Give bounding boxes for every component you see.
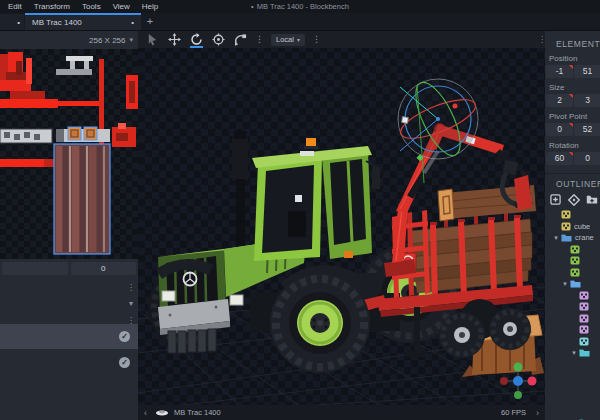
- field-group-rotation: Rotation600: [546, 141, 600, 165]
- pivot-point-label: Pivot Point: [549, 112, 600, 121]
- panel-resize-handle[interactable]: ⋮: [538, 36, 546, 44]
- axis-x-positive[interactable]: [528, 377, 537, 386]
- outliner-cube-row[interactable]: [545, 301, 600, 313]
- camera-angle-icon: [155, 409, 169, 417]
- transform-space-dropdown[interactable]: Local ▾: [271, 34, 305, 46]
- unsaved-dot-icon[interactable]: •: [131, 18, 134, 27]
- group-folder-icon: [579, 348, 590, 357]
- axis-y-negative[interactable]: [514, 391, 522, 399]
- outliner-group-row[interactable]: ▾: [545, 347, 600, 359]
- outliner-cube-row[interactable]: [545, 313, 600, 325]
- add-group-button[interactable]: [585, 193, 598, 206]
- blockbench-window: { "window": { "unsaved_indicator": "•", …: [0, 0, 600, 420]
- mesh-diamond-icon: [568, 194, 580, 206]
- axis-x-negative[interactable]: [500, 377, 508, 385]
- cube-icon: [579, 314, 589, 323]
- add-mesh-button[interactable]: [567, 193, 580, 206]
- chevron-right-icon[interactable]: ›: [530, 408, 545, 418]
- outliner-cube-row[interactable]: [545, 267, 600, 279]
- rotate-icon: [190, 33, 203, 46]
- viewport-3d[interactable]: ⋮ Local ▾ ⋮ ‹ MB Trac 1400 60 FPS ›: [138, 30, 545, 420]
- vertex-snap-tool-button[interactable]: [233, 32, 248, 47]
- menu-bar: EditTransformToolsViewHelp: [2, 0, 164, 13]
- chevron-down-icon: ▾: [297, 34, 300, 46]
- outliner-cube-row[interactable]: cube: [545, 221, 600, 233]
- folder-plus-icon: [586, 194, 598, 205]
- tab-previous-partial[interactable]: •: [0, 14, 24, 30]
- toolbar-menu-dots-icon[interactable]: ⋮: [255, 32, 264, 47]
- menu-item-tools[interactable]: Tools: [76, 0, 107, 13]
- cube-icon: [579, 337, 589, 346]
- chevron-down-icon[interactable]: ▾: [129, 299, 133, 308]
- size-label: Size: [549, 83, 600, 92]
- model-scene: [138, 31, 545, 406]
- main-toolbar: ⋮ Local ▾ ⋮: [138, 31, 545, 48]
- tab-mb-trac-1400[interactable]: MB Trac 1400 •: [25, 13, 141, 30]
- position-input-y[interactable]: 51: [574, 65, 600, 78]
- cube-icon: [561, 210, 571, 219]
- texture-size-label: 256 X 256: [89, 36, 125, 45]
- axis-z-center[interactable]: [513, 376, 523, 386]
- cube-icon: [579, 302, 589, 311]
- group-folder-icon: [570, 279, 581, 288]
- modified-marker-icon: [569, 94, 573, 98]
- field-group-size: Size23: [546, 83, 600, 107]
- add-cube-button[interactable]: [549, 193, 562, 206]
- outliner-tree: cube▾crane▾▾▾: [545, 209, 600, 420]
- position-inputs: -151: [546, 65, 600, 78]
- view-axis-gizmo[interactable]: [497, 360, 539, 402]
- vertex-snap-icon: [234, 33, 247, 46]
- uv-slider-right-input[interactable]: 0: [71, 262, 137, 275]
- rotation-input-y[interactable]: 0: [574, 152, 600, 165]
- axis-y-positive[interactable]: [514, 363, 523, 372]
- chevron-down-icon: ▾: [129, 36, 133, 44]
- outliner-panel-title: OUTLINER: [545, 173, 600, 189]
- outliner-group-row[interactable]: ▾crane: [545, 232, 600, 244]
- chevron-down-icon[interactable]: ▾: [551, 234, 561, 242]
- uv-editor-canvas[interactable]: [0, 49, 138, 259]
- rotate-tool-button[interactable]: [189, 32, 204, 47]
- menu-item-view[interactable]: View: [107, 0, 136, 13]
- outliner-cube-row[interactable]: [545, 209, 600, 221]
- viewport-canvas[interactable]: [138, 31, 545, 406]
- rotation-inputs: 600: [546, 152, 600, 165]
- toolbar-menu-dots-icon[interactable]: ⋮: [312, 32, 321, 47]
- menu-item-help[interactable]: Help: [136, 0, 164, 13]
- uv-slider-left-input[interactable]: [2, 262, 68, 275]
- menu-item-edit[interactable]: Edit: [2, 0, 28, 13]
- outliner-group-row[interactable]: ▾: [545, 278, 600, 290]
- rotation-input-x[interactable]: 60: [546, 152, 573, 165]
- outliner-cube-row[interactable]: [545, 255, 600, 267]
- pivot-point-input-x[interactable]: 0: [546, 123, 573, 136]
- camera-angle-label[interactable]: MB Trac 1400: [174, 408, 221, 417]
- title-bar: EditTransformToolsViewHelp •MB Trac 1400…: [0, 0, 600, 13]
- pivot-point-input-y[interactable]: 52: [574, 123, 600, 136]
- chevron-left-icon[interactable]: ‹: [138, 408, 153, 418]
- size-input-y[interactable]: 3: [574, 94, 600, 107]
- texture-row-selected[interactable]: ✓: [0, 324, 138, 349]
- position-input-x[interactable]: -1: [546, 65, 573, 78]
- chevron-down-icon[interactable]: ▾: [569, 349, 579, 357]
- texture-enabled-check-icon[interactable]: ✓: [119, 357, 130, 368]
- uv-selected-wood-planks[interactable]: [54, 144, 110, 254]
- texture-size-dropdown[interactable]: 256 X 256 ▾: [89, 33, 133, 47]
- move-tool-button[interactable]: [167, 32, 182, 47]
- outliner-cube-row[interactable]: [545, 244, 600, 256]
- outliner-cube-row[interactable]: [545, 336, 600, 348]
- add-cube-icon: [550, 194, 561, 205]
- texture-enabled-check-icon[interactable]: ✓: [119, 331, 130, 342]
- panel-menu-dots-icon[interactable]: ⋮: [127, 284, 135, 292]
- group-folder-icon: [561, 233, 572, 242]
- rotation-gizmo[interactable]: [396, 76, 480, 183]
- gizmo-tool-button[interactable]: [145, 32, 160, 47]
- new-tab-button[interactable]: +: [143, 14, 157, 29]
- uv-slider-row: 0: [2, 262, 136, 275]
- chevron-down-icon[interactable]: ▾: [560, 280, 570, 288]
- texture-row[interactable]: ✓: [0, 350, 138, 375]
- pivot-tool-button[interactable]: [211, 32, 226, 47]
- outliner-group-row[interactable]: ▾: [545, 417, 600, 420]
- size-input-x[interactable]: 2: [546, 94, 573, 107]
- outliner-cube-row[interactable]: [545, 324, 600, 336]
- outliner-cube-row[interactable]: [545, 290, 600, 302]
- menu-item-transform[interactable]: Transform: [28, 0, 76, 13]
